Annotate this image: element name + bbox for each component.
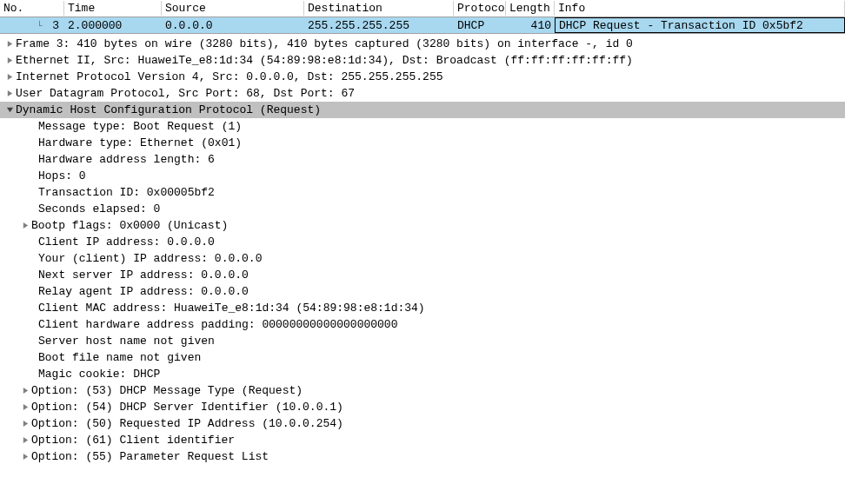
chevron-right-icon[interactable] bbox=[19, 453, 31, 461]
packet-details: Frame 3: 410 bytes on wire (3280 bits), … bbox=[0, 34, 845, 468]
chevron-right-icon[interactable] bbox=[3, 40, 16, 48]
packet-row[interactable]: └ 3 2.000000 0.0.0.0 255.255.255.255 DHC… bbox=[0, 17, 845, 33]
packet-time: 2.000000 bbox=[64, 18, 162, 33]
tree-label: Dynamic Host Configuration Protocol (Req… bbox=[16, 102, 321, 118]
dhcp-client-ip[interactable]: Client IP address: 0.0.0.0 bbox=[0, 234, 845, 250]
tree-label: Server host name not given bbox=[38, 333, 215, 349]
tree-label: Transaction ID: 0x00005bf2 bbox=[38, 184, 215, 201]
dhcp-hardware-type[interactable]: Hardware type: Ethernet (0x01) bbox=[0, 135, 845, 151]
tree-label: Hops: 0 bbox=[38, 168, 86, 184]
dhcp-hops[interactable]: Hops: 0 bbox=[0, 168, 845, 184]
tree-label: Client IP address: 0.0.0.0 bbox=[38, 234, 215, 250]
dhcp-your-ip[interactable]: Your (client) IP address: 0.0.0.0 bbox=[0, 250, 845, 267]
tree-dhcp[interactable]: Dynamic Host Configuration Protocol (Req… bbox=[0, 102, 845, 118]
dhcp-client-mac[interactable]: Client MAC address: HuaweiTe_e8:1d:34 (5… bbox=[0, 300, 845, 316]
dhcp-option-55[interactable]: Option: (55) Parameter Request List bbox=[0, 448, 845, 465]
tree-ip[interactable]: Internet Protocol Version 4, Src: 0.0.0.… bbox=[0, 69, 845, 85]
chevron-right-icon[interactable] bbox=[19, 403, 31, 411]
column-header-info[interactable]: Info bbox=[555, 1, 845, 16]
packet-protocol: DHCP bbox=[454, 18, 506, 33]
packet-no-value: 3 bbox=[52, 19, 59, 32]
chevron-down-icon[interactable] bbox=[3, 106, 16, 114]
chevron-right-icon[interactable] bbox=[19, 387, 31, 395]
tree-frame[interactable]: Frame 3: 410 bytes on wire (3280 bits), … bbox=[0, 36, 845, 52]
tree-label: Client hardware address padding: 0000000… bbox=[38, 316, 397, 333]
chevron-right-icon[interactable] bbox=[3, 73, 16, 81]
dhcp-option-54[interactable]: Option: (54) DHCP Server Identifier (10.… bbox=[0, 399, 845, 415]
tree-udp[interactable]: User Datagram Protocol, Src Port: 68, Ds… bbox=[0, 85, 845, 102]
column-header-no[interactable]: No. bbox=[0, 1, 64, 16]
column-header-destination[interactable]: Destination bbox=[304, 1, 454, 16]
tree-end-icon: └ bbox=[33, 21, 45, 32]
tree-label: Option: (55) Parameter Request List bbox=[31, 448, 269, 465]
packet-length: 410 bbox=[506, 18, 555, 33]
tree-label: Option: (54) DHCP Server Identifier (10.… bbox=[31, 399, 343, 415]
chevron-right-icon[interactable] bbox=[3, 90, 16, 97]
dhcp-option-50[interactable]: Option: (50) Requested IP Address (10.0.… bbox=[0, 415, 845, 432]
dhcp-seconds[interactable]: Seconds elapsed: 0 bbox=[0, 201, 845, 217]
tree-label: Relay agent IP address: 0.0.0.0 bbox=[38, 283, 249, 300]
packet-destination: 255.255.255.255 bbox=[304, 18, 454, 33]
tree-label: Magic cookie: DHCP bbox=[38, 366, 160, 382]
chevron-right-icon[interactable] bbox=[19, 222, 31, 229]
tree-label: Your (client) IP address: 0.0.0.0 bbox=[38, 250, 262, 267]
tree-label: Client MAC address: HuaweiTe_e8:1d:34 (5… bbox=[38, 300, 425, 316]
dhcp-transaction-id[interactable]: Transaction ID: 0x00005bf2 bbox=[0, 184, 845, 201]
dhcp-next-server-ip[interactable]: Next server IP address: 0.0.0.0 bbox=[0, 267, 845, 283]
tree-label: Internet Protocol Version 4, Src: 0.0.0.… bbox=[16, 69, 442, 85]
dhcp-hardware-length[interactable]: Hardware address length: 6 bbox=[0, 151, 845, 168]
tree-label: Next server IP address: 0.0.0.0 bbox=[38, 267, 249, 283]
packet-info: DHCP Request - Transaction ID 0x5bf2 bbox=[555, 17, 845, 33]
tree-label: Ethernet II, Src: HuaweiTe_e8:1d:34 (54:… bbox=[16, 52, 633, 69]
tree-label: Bootp flags: 0x0000 (Unicast) bbox=[31, 217, 228, 234]
tree-label: Seconds elapsed: 0 bbox=[38, 201, 160, 217]
dhcp-bootp-flags[interactable]: Bootp flags: 0x0000 (Unicast) bbox=[0, 217, 845, 234]
dhcp-boot-file-name[interactable]: Boot file name not given bbox=[0, 349, 845, 366]
chevron-right-icon[interactable] bbox=[3, 56, 16, 64]
dhcp-relay-ip[interactable]: Relay agent IP address: 0.0.0.0 bbox=[0, 283, 845, 300]
chevron-right-icon[interactable] bbox=[19, 420, 31, 428]
tree-label: Hardware address length: 6 bbox=[38, 151, 215, 168]
tree-label: Option: (50) Requested IP Address (10.0.… bbox=[31, 415, 343, 432]
packet-source: 0.0.0.0 bbox=[162, 18, 304, 33]
dhcp-message-type[interactable]: Message type: Boot Request (1) bbox=[0, 118, 845, 135]
packet-list-header: No. Time Source Destination Protocol Len… bbox=[0, 0, 845, 17]
column-header-time[interactable]: Time bbox=[64, 1, 162, 16]
tree-label: User Datagram Protocol, Src Port: 68, Ds… bbox=[16, 85, 355, 102]
tree-label: Option: (61) Client identifier bbox=[31, 432, 235, 448]
tree-label: Message type: Boot Request (1) bbox=[38, 118, 242, 135]
packet-no: └ 3 bbox=[0, 18, 64, 33]
dhcp-option-53[interactable]: Option: (53) DHCP Message Type (Request) bbox=[0, 382, 845, 399]
chevron-right-icon[interactable] bbox=[19, 436, 31, 444]
tree-ethernet[interactable]: Ethernet II, Src: HuaweiTe_e8:1d:34 (54:… bbox=[0, 52, 845, 69]
column-header-source[interactable]: Source bbox=[162, 1, 304, 16]
column-header-length[interactable]: Length bbox=[506, 1, 555, 16]
dhcp-option-61[interactable]: Option: (61) Client identifier bbox=[0, 432, 845, 448]
tree-label: Option: (53) DHCP Message Type (Request) bbox=[31, 382, 303, 399]
tree-label: Boot file name not given bbox=[38, 349, 201, 366]
dhcp-client-mac-padding[interactable]: Client hardware address padding: 0000000… bbox=[0, 316, 845, 333]
tree-label: Frame 3: 410 bytes on wire (3280 bits), … bbox=[16, 36, 633, 52]
dhcp-magic-cookie[interactable]: Magic cookie: DHCP bbox=[0, 366, 845, 382]
tree-label: Hardware type: Ethernet (0x01) bbox=[38, 135, 242, 151]
dhcp-server-host-name[interactable]: Server host name not given bbox=[0, 333, 845, 349]
column-header-protocol[interactable]: Protocol bbox=[454, 1, 506, 16]
packet-list: No. Time Source Destination Protocol Len… bbox=[0, 0, 845, 34]
